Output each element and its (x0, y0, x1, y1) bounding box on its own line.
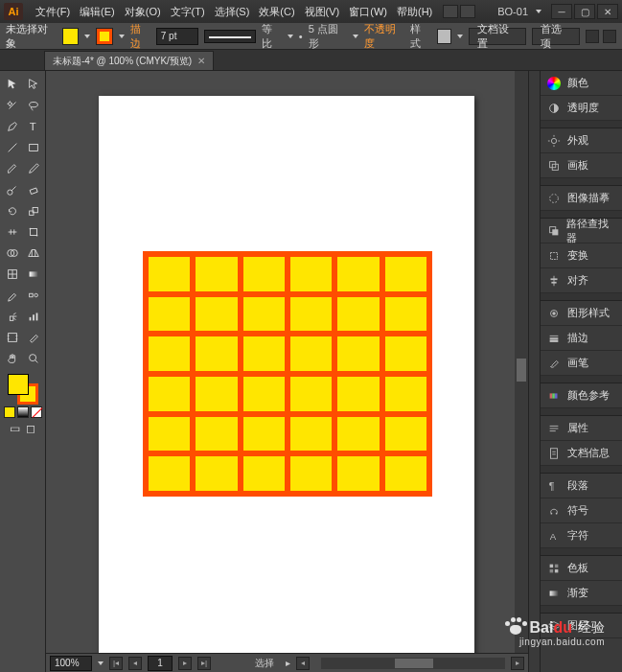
panel-symbols[interactable]: 符号 (541, 498, 622, 523)
menu-object[interactable]: 对象(O) (120, 5, 166, 19)
panel-layers[interactable]: 图层 (541, 614, 622, 638)
grid-cell[interactable] (196, 377, 237, 411)
last-artboard-button[interactable]: ▸| (197, 657, 211, 670)
perspective-grid-tool[interactable] (24, 243, 43, 263)
horizontal-scrollbar[interactable] (321, 658, 505, 669)
pen-tool[interactable] (3, 117, 22, 136)
none-mode-icon[interactable] (31, 406, 42, 418)
grid-cell[interactable] (243, 456, 285, 491)
width-tool[interactable] (3, 222, 22, 242)
gradient-mode-icon[interactable] (17, 406, 29, 418)
gradient-tool[interactable] (24, 265, 43, 284)
grid-cell[interactable] (290, 297, 332, 332)
panel-stroke[interactable]: 描边 (541, 326, 622, 351)
grid-cell[interactable] (290, 377, 332, 411)
scrollbar-thumb[interactable] (517, 359, 526, 382)
grid-cell[interactable] (149, 377, 190, 411)
opacity-label[interactable]: 不透明度 (364, 22, 404, 51)
column-graph-tool[interactable] (24, 307, 43, 326)
menu-window[interactable]: 窗口(W) (344, 5, 392, 19)
panel-swatches[interactable]: 色板 (541, 556, 622, 581)
grid-cell[interactable] (290, 257, 332, 291)
grid-cell[interactable] (385, 377, 426, 411)
grid-cell[interactable] (243, 336, 285, 371)
line-tool[interactable] (3, 138, 22, 157)
grid-cell[interactable] (243, 257, 285, 291)
brush-dropdown-icon[interactable] (353, 35, 358, 38)
grid-cell[interactable] (385, 297, 426, 332)
grid-cell[interactable] (290, 456, 332, 491)
artboard[interactable] (99, 96, 474, 653)
panel-align[interactable]: 对齐 (541, 268, 622, 293)
grid-cell[interactable] (196, 336, 237, 371)
panel-graphic-styles[interactable]: 图形样式 (541, 301, 622, 326)
paintbrush-tool[interactable] (3, 159, 22, 178)
grid-cell[interactable] (149, 336, 190, 371)
menu-edit[interactable]: 编辑(E) (75, 5, 120, 19)
scale-tool[interactable] (24, 201, 43, 220)
grid-cell[interactable] (243, 417, 285, 452)
panel-artboards[interactable]: 画板 (541, 153, 622, 178)
grid-cell[interactable] (243, 297, 285, 332)
panel-color[interactable]: 颜色 (541, 71, 622, 96)
grid-cell[interactable] (290, 417, 332, 452)
scrollbar-thumb[interactable] (395, 659, 433, 668)
fill-dropdown-icon[interactable] (84, 35, 90, 38)
grid-cell[interactable] (290, 336, 332, 371)
fill-stroke-swatch[interactable] (8, 374, 38, 405)
zoom-input[interactable]: 100% (50, 656, 92, 671)
eyedropper-tool[interactable] (3, 286, 22, 305)
menu-effect[interactable]: 效果(C) (254, 5, 299, 19)
free-transform-tool[interactable] (24, 222, 43, 242)
arrange-icon[interactable] (460, 5, 475, 18)
align-pixel-icon[interactable] (586, 30, 599, 43)
maximize-button[interactable]: ▢ (574, 4, 595, 19)
zoom-dropdown-icon[interactable] (98, 661, 104, 665)
grid-cell[interactable] (149, 456, 190, 491)
grid-cell[interactable] (385, 257, 426, 291)
type-tool[interactable]: T (24, 117, 43, 136)
blob-brush-tool[interactable] (3, 180, 22, 199)
lasso-tool[interactable] (24, 96, 43, 115)
magic-wand-tool[interactable] (3, 96, 22, 115)
symbol-sprayer-tool[interactable] (3, 307, 22, 326)
hscroll-left-button[interactable]: ◂ (296, 657, 310, 670)
vertical-scrollbar[interactable] (515, 71, 528, 653)
fill-swatch[interactable] (62, 28, 79, 45)
panel-gradient[interactable]: 渐变 (541, 581, 622, 606)
grid-cell[interactable] (196, 417, 237, 452)
menu-type[interactable]: 文字(T) (166, 5, 210, 19)
hscroll-right-button[interactable]: ▸ (511, 657, 524, 670)
panel-image-trace[interactable]: 图像描摹 (541, 186, 622, 211)
slice-tool[interactable] (24, 328, 43, 347)
panel-transparency[interactable]: 透明度 (541, 96, 622, 121)
grid-cell[interactable] (196, 456, 237, 491)
grid-cell[interactable] (385, 456, 426, 491)
selection-tool[interactable] (3, 75, 22, 94)
panel-attributes[interactable]: 属性 (541, 416, 622, 441)
menu-help[interactable]: 帮助(H) (392, 5, 437, 19)
grid-cell[interactable] (149, 297, 190, 332)
panel-appearance[interactable]: 外观 (541, 128, 622, 153)
grid-cell[interactable] (337, 456, 379, 491)
stroke-profile-preview[interactable] (204, 30, 256, 43)
mesh-tool[interactable] (3, 265, 22, 284)
grid-cell[interactable] (196, 297, 237, 332)
grid-cell[interactable] (385, 417, 426, 452)
canvas-viewport[interactable] (46, 71, 528, 653)
workspace-dropdown-icon[interactable] (536, 10, 541, 13)
artboard-tool[interactable] (3, 328, 22, 347)
stroke-dropdown-icon[interactable] (119, 35, 125, 38)
grid-cell[interactable] (337, 336, 379, 371)
menu-select[interactable]: 选择(S) (210, 5, 255, 19)
panel-color-guide[interactable]: 颜色参考 (541, 383, 622, 408)
stroke-swatch[interactable] (96, 28, 112, 45)
document-tab[interactable]: 未标题-4* @ 100% (CMYK/预览) ✕ (44, 51, 214, 70)
dock-collapse-handle[interactable] (528, 71, 540, 672)
stroke-label[interactable]: 描边 (130, 22, 150, 51)
grid-cell[interactable] (385, 336, 426, 371)
zoom-tool[interactable] (24, 349, 43, 368)
blend-tool[interactable] (24, 286, 43, 305)
minimize-button[interactable]: ─ (551, 4, 572, 19)
tab-close-icon[interactable]: ✕ (197, 56, 205, 66)
